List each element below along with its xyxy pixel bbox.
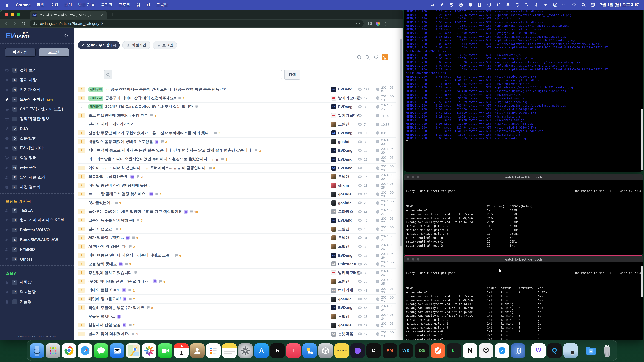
post-title-area[interactable]: 돌아오는 C&C에는 새로 입양한 뚜띠를 타고 참석할께요10 xyxy=(88,207,198,216)
post-title-area[interactable]: 이번달 충전비 아직 8천원밖에 못씀.. xyxy=(88,181,150,190)
terminal-scrollbar[interactable] xyxy=(641,266,643,297)
sidebar-item-EV 기변 가이드[interactable]: GEV 기변 가이드 xyxy=(0,143,74,153)
post-row[interactable]: 1출고 한달반만에 3800km 주행 ㅋㅋ1발키리모터존1011:09 xyxy=(78,111,396,120)
settings-dock-icon[interactable] xyxy=(238,343,253,358)
wifi-icon[interactable] xyxy=(572,2,576,7)
post-title[interactable]: 돌아오는 C&C에는 새로 입양한 뚜띠를 타고 참석할께요 xyxy=(88,209,182,214)
post-title[interactable]: AI 행사에 와 있습니다. xyxy=(88,244,126,249)
reminders-dock-icon[interactable] xyxy=(206,343,220,358)
post-author[interactable]: 발키리모터존 xyxy=(331,94,361,102)
post-author[interactable]: EVDEVDang xyxy=(331,129,352,137)
profile-avatar[interactable] xyxy=(376,21,380,26)
post-title[interactable]: 공동구매 타이어 장착 예약 신청해주세요!! xyxy=(105,95,176,101)
post-title[interactable]: 출고 한달반만에 3800km 주행 ㅋㅋ xyxy=(88,113,148,118)
author-name[interactable]: EVDang xyxy=(338,87,352,92)
sidebar-item-Others[interactable]: OOthers xyxy=(0,254,74,264)
post-author[interactable]: 모빌맨 xyxy=(331,277,349,286)
post-row[interactable]: 1르노 그랑 콜레오스 엄청 핫하네요..1goshde352024-06-28 xyxy=(78,190,396,199)
post-row[interactable]: 1정신없이 일하고 있습니다2발키리모터존322024-06-26 xyxy=(78,269,396,277)
apple-icon[interactable] xyxy=(5,2,10,7)
post-title[interactable]: 이번 여름은 얼마나 더울지... 겁부터 나네요 크흣... xyxy=(88,253,173,258)
minimize-window-button[interactable] xyxy=(412,176,414,178)
post-row[interactable]: 1레딧에 핑크돌고래!2goshde332024-06-25 xyxy=(78,295,396,304)
board-login-button[interactable]: 로그인 xyxy=(153,41,177,49)
post-author[interactable]: 모빌맨 xyxy=(331,120,349,128)
post-title-area[interactable]: 오늘도 역시나... xyxy=(88,312,121,321)
post-title-area[interactable]: 전체공지공동구매 타이어 장착 예약 신청해주세요!!1 xyxy=(88,94,184,102)
sidebar-item-회원 장터[interactable]: S회원 장터 xyxy=(0,153,74,163)
sidebar-item-지름당[interactable]: Z지름당 xyxy=(0,297,74,307)
author-name[interactable]: Polestar K xyxy=(338,262,357,266)
blue-wave-app-dock-icon[interactable] xyxy=(511,343,525,358)
post-row[interactable]: 1제가 말하지 못했던...3모빌맨312024-06-27 xyxy=(78,234,396,242)
author-name[interactable]: 발키리모터존 xyxy=(338,270,361,275)
post-author[interactable]: goshde xyxy=(331,199,352,207)
author-name[interactable]: EVDang xyxy=(338,157,352,162)
minimize-window-button[interactable] xyxy=(11,12,14,16)
post-title-area[interactable]: 레딧에 핑크돌고래!2 xyxy=(88,295,135,303)
current-board-button[interactable]: 모두의 주차장 [F] xyxy=(78,41,120,49)
post-title-area[interactable]: 날씨가 대체... 왜? 왜? 왜? xyxy=(88,120,133,128)
figure-icon[interactable] xyxy=(534,2,539,7)
post-title[interactable]: 레딧에 핑크돌고래! xyxy=(88,296,121,302)
author-name[interactable]: 모빌맨 xyxy=(338,226,349,232)
sidebar-item-D.I.Y[interactable]: DD.I.Y xyxy=(0,124,74,134)
author-name[interactable]: EVDang xyxy=(338,105,352,109)
post-author[interactable]: EVDEVDang xyxy=(331,155,352,164)
loop-icon[interactable] xyxy=(487,2,492,7)
trash-dock-icon[interactable] xyxy=(600,343,614,358)
post-title[interactable]: 서버 최적화 중으로 서버가 좀 불안 할수 있습니다. 길게 멈추지는 않고 … xyxy=(88,148,252,153)
sidebar-item-현대.기아.제네시스.KGM[interactable]: H현대.기아.제네시스.KGM xyxy=(0,215,74,225)
rss-icon[interactable] xyxy=(382,54,388,60)
maps-dock-icon[interactable] xyxy=(126,343,140,358)
chatgpt-dock-icon[interactable] xyxy=(479,343,493,358)
post-author[interactable]: EVDEVDang xyxy=(331,85,352,94)
url-text[interactable]: evdang.com/articles?board_category=3 xyxy=(40,22,353,25)
menu-app-name[interactable]: Chrome xyxy=(16,3,30,7)
control-center-icon[interactable] xyxy=(591,2,596,7)
post-author[interactable]: EVDEVDang xyxy=(331,216,352,225)
post-author[interactable]: goshde xyxy=(331,295,352,303)
post-title-area[interactable]: 전체공지2024년 7월 Cars & Coffee EV 4차 모임 설문 입… xyxy=(88,103,202,111)
app-store-dock-icon[interactable]: A xyxy=(254,343,269,358)
author-name[interactable]: goshde xyxy=(338,323,352,328)
close-window-button[interactable] xyxy=(5,12,8,16)
post-title[interactable]: 2024년 7월 Cars & Coffee EV 4차 모임 설문 입니다 xyxy=(105,104,193,109)
facetime-dock-icon[interactable] xyxy=(158,343,172,358)
post-row[interactable]: 0전체공지2024년 7월 Cars & Coffee EV 4차 모임 설문 … xyxy=(78,103,396,111)
post-title[interactable]: 막내와 큰형 ⚡.JPG xyxy=(88,288,120,293)
post-author[interactable]: 모빌맨 xyxy=(331,312,349,321)
post-row[interactable]: 1진정한 무중단 배포가 구현되었네요... 흠... 진작 쿠버네티스를 써야… xyxy=(78,129,396,138)
spotlight-icon[interactable] xyxy=(581,2,586,7)
theme-bulb-icon[interactable] xyxy=(64,34,68,39)
post-title-area[interactable]: 의료파업 ... 심각하군요.2 xyxy=(88,173,143,181)
window-controls[interactable] xyxy=(406,176,420,178)
post-title-area[interactable]: 출고 한달반만에 3800km 주행 ㅋㅋ1 xyxy=(88,111,156,120)
author-name[interactable]: EVDang xyxy=(338,131,352,135)
post-row[interactable]: 3막내와 큰형 ⚡.JPG1EVD히타기새412024-06-25 xyxy=(78,286,396,295)
post-author[interactable]: EVD눈빛마음 xyxy=(331,330,353,338)
refresh-icon[interactable] xyxy=(374,55,378,59)
sidebar-item-TESLA[interactable]: TTESLA xyxy=(0,206,74,215)
photos-dock-icon[interactable] xyxy=(142,343,156,358)
evdang-logo[interactable]: 이쁘당 EVDANG xyxy=(5,32,30,39)
author-name[interactable]: 발키리모터존 xyxy=(338,95,361,101)
post-author[interactable]: EVDEVDang xyxy=(331,103,352,111)
post-author[interactable]: 발키리모터존 xyxy=(331,269,361,277)
post-row[interactable]: 2이번달 충전비 아직 8천원밖에 못씀..shkim182024-06-28 xyxy=(78,181,396,190)
post-title-area[interactable]: 엇.. 글썼는데..9 xyxy=(88,199,121,207)
post-title[interactable]: 심심해서 집앞 숲길 xyxy=(88,323,120,328)
post-title[interactable]: 진정한 무중단 배포가 구현되었네요... 흠... 진작 쿠버네티스를 써야 … xyxy=(88,130,212,136)
fullscreen-window-button[interactable] xyxy=(417,176,420,178)
author-name[interactable]: EVDang xyxy=(338,166,352,170)
terminal-dock-icon[interactable]: $| xyxy=(447,343,461,358)
signup-button[interactable]: 회원가입 xyxy=(5,48,36,56)
post-title[interactable]: 아... 이쁘당을 드디어 숙원사업이었던 쿠버네티스 환경으로 올렸습니다..… xyxy=(88,157,219,162)
door-icon[interactable] xyxy=(478,2,482,7)
sidebar-item-HYBRID[interactable]: YHYBRID xyxy=(0,245,74,254)
post-title[interactable]: 확실히 주말에는 방문수가 적네요 xyxy=(88,305,144,311)
tab-close-icon[interactable]: ✕ xyxy=(100,12,104,17)
post-row[interactable]: 0아... 이쁘당을 드디어 숙원사업이었던 쿠버네티스 환경으로 올렸습니다.… xyxy=(78,155,396,164)
browser-menu-icon[interactable]: ⋮ xyxy=(384,21,388,26)
sidebar-item-Benz.BMW.AUDI.VW[interactable]: BBenz.BMW.AUDI.VW xyxy=(0,235,74,245)
